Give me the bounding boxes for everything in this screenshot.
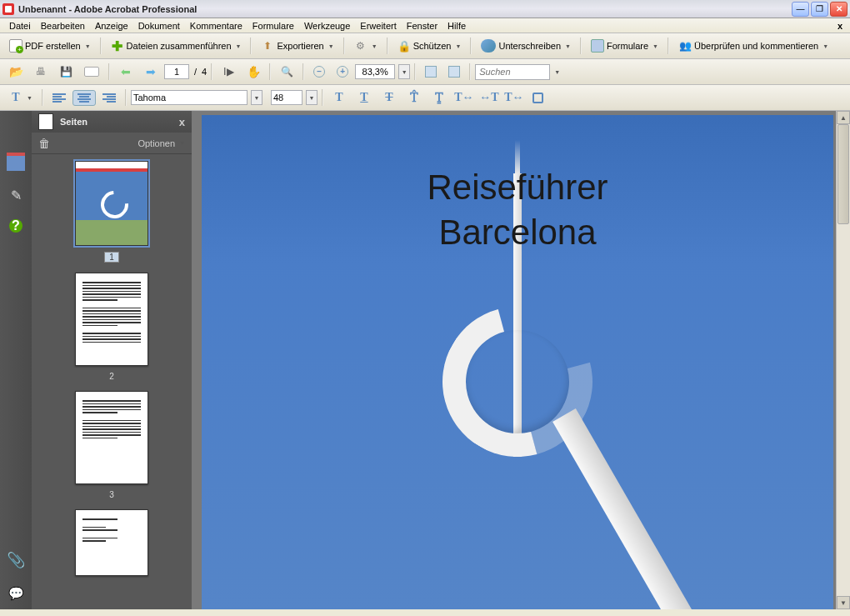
spacing-icon: ↔T [482, 91, 496, 104]
fit-width-icon [448, 66, 460, 78]
menu-werkzeuge[interactable]: Werkzeuge [299, 19, 355, 33]
gear-button[interactable]: ⚙▼ [349, 36, 382, 56]
separator [269, 63, 271, 80]
open-button[interactable]: 📂 [4, 62, 28, 82]
toolbar-file-nav: 📂 🖶 💾 ⬅ ➡ / 4 Ⅰ▶ ✋ 🔍 − + ▼ ▼ [0, 59, 850, 85]
zoom-dropdown-icon[interactable]: ▼ [398, 64, 410, 79]
save-button[interactable]: 💾 [54, 62, 78, 82]
scrollbar-thumb[interactable] [838, 124, 849, 224]
page-thumbnail-1[interactable] [75, 161, 148, 246]
menu-anzeige[interactable]: Anzeige [90, 19, 133, 33]
menu-hilfe[interactable]: Hilfe [442, 19, 471, 33]
minimize-button[interactable]: — [792, 2, 809, 17]
select-tool-button[interactable]: Ⅰ▶ [217, 62, 240, 82]
font-size-select[interactable] [271, 90, 302, 105]
review-button[interactable]: 👥 Überprüfen und kommentieren ▼ [673, 36, 833, 56]
fit-page-button[interactable] [420, 63, 442, 81]
marquee-zoom-button[interactable]: 🔍 [275, 62, 298, 82]
close-document-button[interactable]: x [834, 21, 846, 31]
text-spacing2-button[interactable]: T↔ [502, 88, 526, 108]
align-center-icon [78, 93, 91, 103]
menu-fenster[interactable]: Fenster [402, 19, 442, 33]
pages-panel-close-button[interactable]: x [179, 116, 185, 128]
text-color-button[interactable]: T [328, 88, 351, 108]
page-thumbnail-4[interactable] [75, 509, 148, 576]
search-dropdown-icon[interactable]: ▼ [554, 69, 560, 75]
menu-bearbeiten[interactable]: Bearbeiten [36, 19, 90, 33]
email-button[interactable] [79, 63, 104, 80]
pages-panel-title: Seiten [60, 117, 88, 127]
separator [100, 38, 102, 54]
zoom-in-button[interactable]: + [332, 63, 353, 81]
menu-erweitert[interactable]: Erweitert [355, 19, 401, 33]
export-button[interactable]: ⬆ Exportieren ▼ [256, 36, 338, 56]
text-strike-button[interactable]: T [378, 88, 401, 108]
font-dropdown-icon[interactable]: ▼ [251, 90, 262, 105]
document-view[interactable]: Reiseführer Barcelona ▲ ▼ [192, 111, 850, 609]
page-number-input[interactable] [164, 64, 189, 79]
thumb-label-1: 1 [104, 252, 119, 263]
search-input[interactable] [475, 64, 550, 80]
text-sub-button[interactable]: Ṯ [428, 88, 451, 108]
help-nav-icon[interactable]: ? [9, 219, 22, 233]
menu-datei[interactable]: Datei [4, 19, 36, 33]
align-right-icon [102, 93, 116, 103]
sign-button[interactable]: Unterschreiben ▼ [476, 36, 576, 56]
signatures-nav-icon[interactable]: ✎ [7, 186, 25, 204]
text-spacing-button[interactable]: ↔T [478, 88, 501, 108]
pages-nav-icon[interactable] [7, 153, 25, 171]
next-page-button[interactable]: ➡ [139, 62, 162, 82]
comments-nav-icon[interactable]: 💬 [7, 584, 25, 603]
print-button[interactable]: 🖶 [29, 62, 52, 82]
create-pdf-icon [9, 39, 22, 53]
super-icon: T̂ [408, 91, 421, 104]
vertical-scrollbar[interactable]: ▲ ▼ [836, 111, 850, 609]
fit-width-button[interactable] [443, 63, 465, 81]
text-underline-button[interactable]: T [352, 88, 376, 108]
typewriter-tool-button[interactable]: T▼ [4, 88, 38, 108]
page-thumbnails[interactable]: 1 2 3 [32, 154, 192, 609]
page-thumbnail-3[interactable] [75, 391, 148, 484]
zoom-input[interactable] [355, 64, 395, 79]
attachments-nav-icon[interactable]: 📎 [7, 551, 25, 569]
align-right-button[interactable] [98, 90, 121, 106]
align-left-button[interactable] [48, 90, 71, 106]
prev-page-button[interactable]: ⬅ [114, 62, 138, 82]
nav-icon-strip: ✎ ? 📎 💬 [0, 111, 32, 609]
review-icon: 👥 [678, 39, 692, 53]
document-page[interactable]: Reiseführer Barcelona [202, 115, 833, 609]
pages-options-button[interactable]: Optionen ▼ [138, 138, 185, 148]
menu-kommentare[interactable]: Kommentare [185, 19, 248, 33]
separator [470, 38, 472, 54]
pages-panel: Seiten x 🗑 Optionen ▼ 1 2 3 [32, 111, 192, 609]
size-dropdown-icon[interactable]: ▼ [306, 90, 318, 105]
scroll-down-button[interactable]: ▼ [837, 596, 850, 609]
lock-icon: 🔒 [398, 39, 411, 53]
forms-button[interactable]: Formulare ▼ [586, 36, 663, 56]
text-super-button[interactable]: T̂ [402, 88, 426, 108]
close-button[interactable]: ✕ [830, 2, 848, 17]
separator [42, 89, 43, 106]
separator [387, 38, 388, 54]
zoom-out-button[interactable]: − [308, 63, 330, 81]
page-thumbnail-2[interactable] [75, 273, 148, 366]
hand-tool-button[interactable]: ✋ [242, 62, 265, 82]
create-pdf-button[interactable]: PDF erstellen ▼ [4, 36, 96, 56]
window-titlebar: Unbenannt - Adobe Acrobat Professional —… [0, 0, 850, 18]
scale-icon: T↔ [458, 91, 471, 104]
menu-formulare[interactable]: Formulare [248, 19, 299, 33]
merge-files-button[interactable]: ✚ Dateien zusammenführen ▼ [106, 36, 247, 56]
underline-icon: T [358, 91, 371, 104]
secure-button[interactable]: 🔒 Schützen ▼ [392, 36, 467, 56]
separator [302, 63, 304, 80]
text-frame-button[interactable] [528, 89, 548, 107]
text-scale-button[interactable]: T↔ [452, 88, 476, 108]
align-center-button[interactable] [72, 90, 96, 106]
delete-page-button[interactable]: 🗑 [38, 137, 50, 150]
font-select[interactable] [131, 90, 248, 105]
separator [580, 38, 582, 54]
text-color-icon: T [332, 91, 346, 104]
menu-dokument[interactable]: Dokument [133, 19, 185, 33]
maximize-button[interactable]: ❐ [811, 2, 828, 17]
scroll-up-button[interactable]: ▲ [837, 111, 850, 124]
